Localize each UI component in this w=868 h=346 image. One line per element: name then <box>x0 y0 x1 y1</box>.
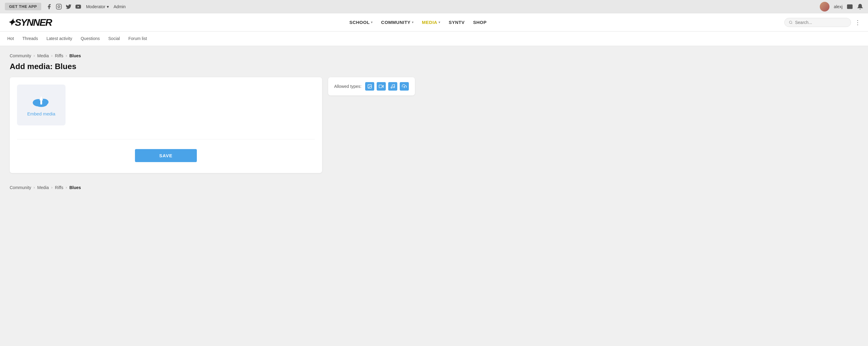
instagram-icon[interactable] <box>56 4 62 10</box>
allowed-icons <box>365 82 409 91</box>
breadcrumb-bottom-sep-1: › <box>34 185 35 190</box>
breadcrumb-blues: Blues <box>69 53 81 58</box>
site-logo[interactable]: ✦SYNNER <box>7 17 52 28</box>
more-options-icon[interactable]: ⋮ <box>855 19 861 26</box>
mail-icon[interactable] <box>847 4 853 10</box>
upload-box[interactable]: Embed media <box>17 84 65 126</box>
allowed-video-icon[interactable] <box>377 82 386 91</box>
svg-marker-9 <box>39 96 43 100</box>
subnav-hot[interactable]: Hot <box>7 32 14 45</box>
breadcrumb-sep-1: › <box>34 54 35 58</box>
youtube-icon[interactable] <box>75 4 81 10</box>
subnav-latest-activity[interactable]: Latest activity <box>46 32 72 45</box>
svg-line-4 <box>792 23 792 24</box>
breadcrumb-bottom-media[interactable]: Media <box>37 185 49 190</box>
image-icon <box>367 84 372 89</box>
allowed-types-card: Allowed types: <box>328 77 415 96</box>
get-app-button[interactable]: GET THE APP <box>5 3 41 10</box>
breadcrumb-sep-3: › <box>66 54 67 58</box>
subnav-threads[interactable]: Threads <box>23 32 38 45</box>
top-bar-right: alexj <box>820 2 863 11</box>
page-title: Add media: Blues <box>10 62 415 71</box>
nav-syntv[interactable]: SYNTV <box>448 20 465 25</box>
breadcrumb-bottom-riffs[interactable]: Riffs <box>55 185 63 190</box>
content-area: Embed media SAVE Allowed types: <box>10 77 415 173</box>
top-bar-left: GET THE APP Moderator ▾ Admin <box>5 3 126 10</box>
moderator-menu[interactable]: Moderator ▾ <box>86 4 109 9</box>
svg-rect-8 <box>40 100 42 105</box>
subnav-social[interactable]: Social <box>108 32 120 45</box>
search-icon <box>789 20 793 25</box>
allowed-image-icon[interactable] <box>365 82 374 91</box>
breadcrumb-media[interactable]: Media <box>37 53 49 58</box>
breadcrumb-bottom-community[interactable]: Community <box>10 185 31 190</box>
breadcrumb-bottom: Community › Media › Riffs › Blues <box>10 185 858 190</box>
svg-point-15 <box>393 86 395 88</box>
avatar[interactable] <box>820 2 830 11</box>
notification-icon[interactable] <box>857 4 863 10</box>
twitter-icon[interactable] <box>65 4 71 10</box>
nav-school[interactable]: SCHOOL ▾ <box>349 20 373 25</box>
breadcrumb-top: Community › Media › Riffs › Blues <box>10 53 415 58</box>
video-icon <box>379 84 384 89</box>
bottom-breadcrumb: Community › Media › Riffs › Blues <box>0 180 868 196</box>
subnav-questions[interactable]: Questions <box>81 32 100 45</box>
top-bar: GET THE APP Moderator ▾ Admin alexj <box>0 0 868 13</box>
main-card: Embed media SAVE <box>10 77 322 173</box>
breadcrumb-riffs[interactable]: Riffs <box>55 53 63 58</box>
embed-media-label: Embed media <box>27 111 56 116</box>
save-button-row: SAVE <box>17 145 315 166</box>
svg-marker-12 <box>382 85 384 88</box>
search-input[interactable] <box>795 20 846 25</box>
svg-point-14 <box>391 87 392 88</box>
allowed-upload-icon[interactable] <box>400 82 409 91</box>
main-nav-links: SCHOOL ▾ COMMUNITY ▾ MEDIA ▾ SYNTV SHOP <box>349 20 487 25</box>
nav-community[interactable]: COMMUNITY ▾ <box>381 20 414 25</box>
social-links <box>46 4 81 10</box>
username-display[interactable]: alexj <box>834 4 842 9</box>
upload-area: Embed media <box>17 84 315 133</box>
cloud-upload-icon <box>402 84 407 89</box>
subnav-forum-list[interactable]: Forum list <box>128 32 147 45</box>
breadcrumb-bottom-sep-2: › <box>51 185 53 190</box>
breadcrumb-bottom-blues: Blues <box>69 185 81 190</box>
svg-point-3 <box>789 21 792 23</box>
breadcrumb-sep-2: › <box>51 54 53 58</box>
search-box[interactable] <box>784 18 851 27</box>
breadcrumb-bottom-sep-3: › <box>66 185 67 190</box>
music-icon <box>390 84 395 89</box>
facebook-icon[interactable] <box>46 4 52 10</box>
school-chevron: ▾ <box>371 21 373 24</box>
top-bar-nav: Moderator ▾ Admin <box>86 4 126 9</box>
admin-link[interactable]: Admin <box>114 4 126 9</box>
svg-rect-0 <box>56 4 61 9</box>
nav-media[interactable]: MEDIA ▾ <box>422 20 440 25</box>
upload-cloud-icon <box>32 94 50 108</box>
community-chevron: ▾ <box>412 21 414 24</box>
svg-rect-13 <box>379 85 382 88</box>
divider <box>17 139 315 139</box>
main-nav: ✦SYNNER SCHOOL ▾ COMMUNITY ▾ MEDIA ▾ SYN… <box>0 13 868 32</box>
breadcrumb-community[interactable]: Community <box>10 53 31 58</box>
svg-point-11 <box>369 85 369 86</box>
allowed-music-icon[interactable] <box>388 82 397 91</box>
allowed-types-label: Allowed types: <box>334 84 362 89</box>
save-button[interactable]: SAVE <box>135 149 197 162</box>
nav-shop[interactable]: SHOP <box>473 20 487 25</box>
page-content: Community › Media › Riffs › Blues Add me… <box>0 46 425 180</box>
nav-right: ⋮ <box>784 18 861 27</box>
sub-nav: Hot Threads Latest activity Questions So… <box>0 32 868 46</box>
media-chevron: ▾ <box>439 21 440 24</box>
